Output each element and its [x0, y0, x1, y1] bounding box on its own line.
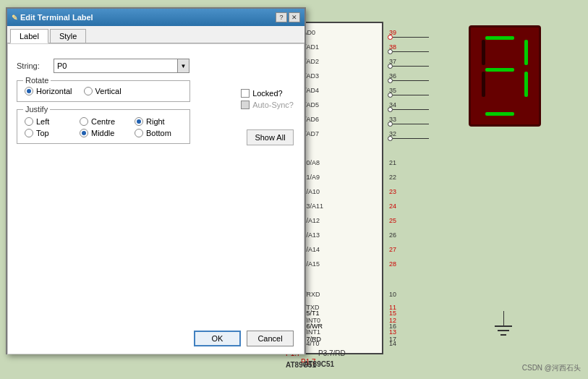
right-radio[interactable]	[135, 117, 143, 126]
help-button[interactable]: ?	[276, 12, 287, 22]
left-option[interactable]: Left	[25, 117, 72, 126]
middle-label: Middle	[91, 129, 114, 137]
autosync-row: Auto-Sync?	[241, 101, 294, 109]
rotate-options: Horizontal Vertical	[25, 87, 182, 95]
vertical-radio[interactable]	[84, 87, 93, 95]
vertical-label: Vertical	[95, 87, 122, 95]
title-bar-buttons: ? ✕	[276, 12, 300, 22]
ground-wire	[503, 311, 504, 325]
top-option[interactable]: Top	[25, 129, 72, 137]
top-label: Top	[36, 129, 49, 137]
pin-num-15: 15	[389, 310, 396, 317]
wire-33	[393, 124, 429, 124]
close-button[interactable]: ✕	[289, 12, 300, 22]
top-radio[interactable]	[25, 129, 33, 137]
string-label: String:	[17, 61, 49, 70]
seg-bottom	[485, 112, 514, 116]
conn-dot-34	[388, 107, 393, 112]
middle-option[interactable]: Middle	[80, 129, 127, 137]
show-all-button[interactable]: Show All	[247, 129, 294, 145]
wire-32	[393, 138, 429, 139]
pin-num-26: 26	[389, 231, 396, 239]
centre-label: Centre	[91, 117, 115, 126]
seg-lower-right	[524, 72, 528, 97]
pin-num-16: 16	[389, 323, 396, 330]
locked-checkbox[interactable]	[241, 89, 250, 98]
left-label: Left	[36, 117, 49, 126]
left-radio[interactable]	[25, 117, 33, 126]
string-row: String: ▼	[17, 59, 295, 73]
pin-num-22: 22	[389, 174, 396, 181]
ground-line1	[495, 325, 512, 327]
conn-dot-36	[388, 78, 393, 83]
pin-num-28: 28	[389, 260, 396, 268]
conn-dot-38	[388, 49, 393, 54]
ic-chip: /AD0 39 1/AD1 38 2/AD2 37 3/AD3 36 4/AD4…	[297, 22, 383, 354]
justify-group-title: Justify	[23, 105, 50, 114]
tab-label[interactable]: Label	[10, 29, 48, 43]
wire-37	[393, 66, 429, 67]
dialog-icon: ✎	[12, 14, 17, 22]
right-option[interactable]: Right	[135, 117, 182, 126]
string-input[interactable]	[54, 59, 177, 72]
pin-num-25: 25	[389, 217, 396, 224]
seg-middle	[485, 68, 514, 72]
title-bar-content: ✎ Edit Terminal Label	[12, 13, 93, 22]
bottom-option[interactable]: Bottom	[135, 129, 182, 137]
tab-bar: Label Style	[7, 26, 304, 43]
bottom-label: Bottom	[146, 129, 171, 137]
centre-option[interactable]: Centre	[80, 117, 127, 126]
seg-top	[485, 36, 514, 40]
rotate-group: Rotate Horizontal Vertical	[17, 80, 190, 102]
conn-dot-39	[388, 35, 393, 40]
conn-dot-35	[388, 93, 393, 98]
tab-style[interactable]: Style	[50, 29, 86, 43]
watermark: CSDN @河西石头	[522, 363, 581, 373]
wire-35	[393, 95, 429, 95]
checkbox-area: Locked? Auto-Sync?	[241, 89, 294, 109]
seven-segment-display	[469, 25, 541, 127]
pin-num-24: 24	[389, 203, 396, 210]
seg-upper-right	[524, 40, 528, 65]
centre-radio[interactable]	[80, 117, 88, 126]
middle-radio[interactable]	[80, 129, 88, 137]
autosync-label: Auto-Sync?	[252, 101, 294, 109]
autosync-checkbox[interactable]	[241, 101, 250, 109]
dialog-content: String: ▼ Locked? Auto-Sync? Rotate	[7, 43, 304, 354]
bottom-radio[interactable]	[135, 129, 143, 137]
string-input-combo: ▼	[54, 59, 189, 73]
vertical-option[interactable]: Vertical	[84, 87, 122, 95]
pin-num-27: 27	[389, 246, 396, 253]
seg-upper-left	[482, 40, 485, 65]
horizontal-label: Horizontal	[36, 87, 72, 95]
wire-39	[393, 37, 429, 38]
ok-button[interactable]: OK	[194, 331, 241, 346]
locked-label: Locked?	[252, 89, 283, 98]
wire-38	[393, 51, 429, 52]
conn-dot-33	[388, 122, 393, 127]
wire-34	[393, 109, 429, 110]
horizontal-option[interactable]: Horizontal	[25, 87, 72, 95]
justify-grid: Left Centre Right Top Middle	[25, 117, 182, 137]
horizontal-radio[interactable]	[25, 87, 33, 95]
right-label: Right	[146, 117, 165, 126]
combo-dropdown-arrow[interactable]: ▼	[177, 59, 189, 72]
p37rd-label: P3.7/RD	[318, 349, 346, 357]
edit-terminal-label-dialog: ✎ Edit Terminal Label ? ✕ Label Style St…	[6, 7, 306, 354]
ground-symbol	[495, 311, 512, 336]
dialog-title: Edit Terminal Label	[20, 13, 93, 22]
ground-line2	[498, 330, 509, 331]
justify-group: Justify Left Centre Right To	[17, 109, 190, 144]
pin-num-21: 21	[389, 159, 396, 166]
bottom-chip-name: AT89C51	[286, 361, 316, 369]
wire-36	[393, 80, 429, 81]
title-bar: ✎ Edit Terminal Label ? ✕	[7, 9, 304, 26]
ground-line3	[500, 334, 506, 336]
cancel-button[interactable]: Cancel	[247, 331, 294, 346]
pin-num-10: 10	[389, 291, 396, 298]
pin-num-23: 23	[389, 188, 396, 195]
conn-dot-32	[388, 136, 393, 141]
locked-row: Locked?	[241, 89, 294, 98]
conn-dot-37	[388, 64, 393, 69]
dialog-footer: OK Cancel	[194, 331, 294, 346]
